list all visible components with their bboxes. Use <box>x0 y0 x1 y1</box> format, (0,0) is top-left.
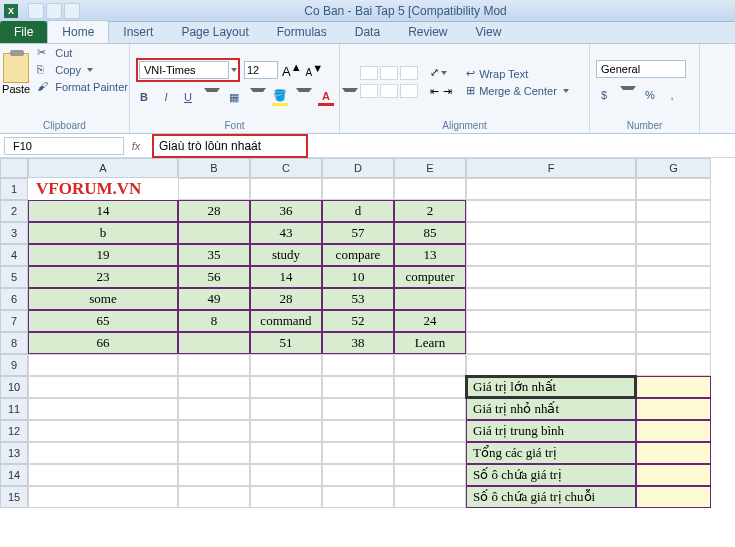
cell[interactable] <box>394 376 466 398</box>
vforum-title[interactable]: VFORUM.VN <box>28 178 178 200</box>
increase-indent[interactable]: ⇥ <box>443 85 452 98</box>
cell[interactable] <box>28 398 178 420</box>
row-head-7[interactable]: 7 <box>0 310 28 332</box>
cell[interactable] <box>250 178 322 200</box>
redo-icon[interactable] <box>64 3 80 19</box>
label-cell[interactable]: Giá trị trung bình <box>466 420 636 442</box>
cell[interactable]: 23 <box>28 266 178 288</box>
label-cell[interactable]: Số ô chứa giá trị <box>466 464 636 486</box>
cell[interactable] <box>466 222 636 244</box>
cell[interactable]: 36 <box>250 200 322 222</box>
cell[interactable] <box>394 442 466 464</box>
cell[interactable] <box>178 398 250 420</box>
cell[interactable] <box>250 442 322 464</box>
bold-button[interactable]: B <box>136 88 152 106</box>
horizontal-align[interactable] <box>360 84 418 98</box>
font-size-input[interactable] <box>244 61 278 79</box>
tab-data[interactable]: Data <box>341 21 394 43</box>
cell[interactable]: 19 <box>28 244 178 266</box>
tab-home[interactable]: Home <box>47 20 109 43</box>
fx-icon[interactable]: fx <box>128 140 144 152</box>
cell[interactable] <box>250 354 322 376</box>
col-head-E[interactable]: E <box>394 158 466 178</box>
row-head-15[interactable]: 15 <box>0 486 28 508</box>
border-button[interactable]: ▦ <box>226 88 242 106</box>
row-head-14[interactable]: 14 <box>0 464 28 486</box>
cell[interactable] <box>28 420 178 442</box>
tab-page-layout[interactable]: Page Layout <box>167 21 262 43</box>
cell[interactable] <box>636 376 711 398</box>
cell[interactable]: 66 <box>28 332 178 354</box>
cell[interactable]: 14 <box>28 200 178 222</box>
decrease-indent[interactable]: ⇤ <box>430 85 439 98</box>
cell[interactable] <box>636 222 711 244</box>
tab-formulas[interactable]: Formulas <box>263 21 341 43</box>
cell[interactable] <box>178 222 250 244</box>
tab-file[interactable]: File <box>0 21 47 43</box>
cell[interactable]: 28 <box>250 288 322 310</box>
cell[interactable]: 10 <box>322 266 394 288</box>
cell[interactable] <box>394 464 466 486</box>
cell[interactable] <box>178 332 250 354</box>
label-cell[interactable]: Số ô chứa giá trị chuỗi <box>466 486 636 508</box>
label-cell[interactable]: Giá trị nhỏ nhất <box>466 398 636 420</box>
font-color-button[interactable]: A <box>318 88 334 106</box>
cell[interactable]: 38 <box>322 332 394 354</box>
cell[interactable]: Learn <box>394 332 466 354</box>
fill-color-button[interactable]: 🪣 <box>272 88 288 106</box>
copy-button[interactable]: ⎘Copy <box>37 63 128 77</box>
row-head-3[interactable]: 3 <box>0 222 28 244</box>
cell[interactable] <box>636 464 711 486</box>
cell[interactable] <box>322 464 394 486</box>
cell[interactable] <box>322 420 394 442</box>
select-all-corner[interactable] <box>0 158 28 178</box>
cell[interactable]: 51 <box>250 332 322 354</box>
label-cell[interactable]: Giá trị lớn nhất <box>466 376 636 398</box>
col-head-G[interactable]: G <box>636 158 711 178</box>
cell[interactable]: command <box>250 310 322 332</box>
cell[interactable] <box>250 376 322 398</box>
col-head-B[interactable]: B <box>178 158 250 178</box>
cell[interactable]: 56 <box>178 266 250 288</box>
col-head-C[interactable]: C <box>250 158 322 178</box>
cell[interactable] <box>636 398 711 420</box>
row-head-6[interactable]: 6 <box>0 288 28 310</box>
currency-button[interactable]: $ <box>596 86 612 104</box>
cell[interactable] <box>466 266 636 288</box>
label-cell[interactable]: Tổng các giá trị <box>466 442 636 464</box>
cell[interactable] <box>394 420 466 442</box>
cell[interactable] <box>250 420 322 442</box>
wrap-text-button[interactable]: ↩Wrap Text <box>466 67 569 80</box>
cell[interactable] <box>322 486 394 508</box>
cell[interactable] <box>636 442 711 464</box>
cell[interactable] <box>636 200 711 222</box>
save-icon[interactable] <box>28 3 44 19</box>
cell-grid[interactable]: VFORUM.VN142836d2b4357851935studycompare… <box>28 178 711 508</box>
cell[interactable]: 13 <box>394 244 466 266</box>
cell[interactable]: 53 <box>322 288 394 310</box>
cell[interactable] <box>28 442 178 464</box>
cell[interactable] <box>636 420 711 442</box>
cell[interactable] <box>636 310 711 332</box>
cell[interactable]: computer <box>394 266 466 288</box>
row-headers[interactable]: 123456789101112131415 <box>0 178 28 508</box>
col-head-D[interactable]: D <box>322 158 394 178</box>
cell[interactable] <box>322 398 394 420</box>
cell[interactable]: some <box>28 288 178 310</box>
cell[interactable] <box>178 376 250 398</box>
cell[interactable] <box>28 376 178 398</box>
row-head-11[interactable]: 11 <box>0 398 28 420</box>
formula-input[interactable] <box>155 137 305 155</box>
cell[interactable] <box>250 464 322 486</box>
percent-button[interactable]: % <box>642 86 658 104</box>
merge-center-button[interactable]: ⊞Merge & Center <box>466 84 569 97</box>
grow-font-icon[interactable]: A▲ <box>282 61 302 79</box>
format-painter-button[interactable]: 🖌Format Painter <box>37 80 128 94</box>
cell[interactable] <box>178 486 250 508</box>
cell[interactable] <box>636 486 711 508</box>
cell[interactable]: b <box>28 222 178 244</box>
cell[interactable] <box>394 486 466 508</box>
cell[interactable]: 28 <box>178 200 250 222</box>
cell[interactable]: 35 <box>178 244 250 266</box>
cut-button[interactable]: ✂Cut <box>37 46 128 60</box>
